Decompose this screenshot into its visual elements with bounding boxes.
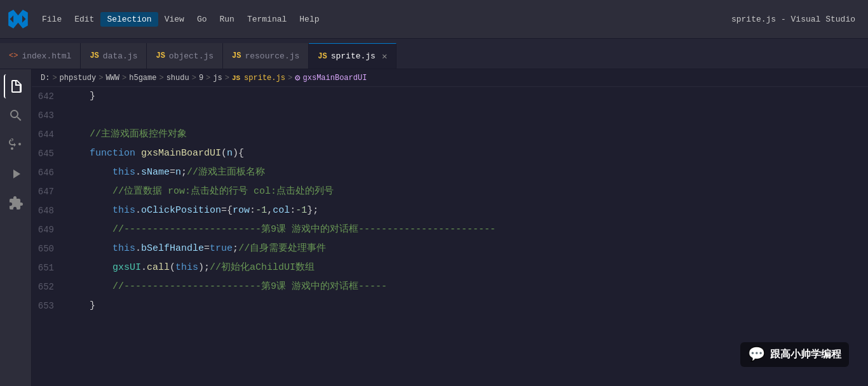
tab-label: index.html — [22, 51, 71, 61]
tab-label: resource.js — [245, 51, 299, 61]
breadcrumb-sprite[interactable]: sprite.js — [244, 74, 285, 83]
table-row: 647 //位置数据 row:点击处的行号 col:点击处的列号 — [32, 182, 868, 201]
tab-label: data.js — [103, 51, 138, 61]
table-row: 653 } — [32, 296, 868, 316]
menu-item-file[interactable]: File — [36, 12, 68, 27]
breadcrumb: D: > phpstudy > WWW > h5game > shudu > 9… — [32, 69, 868, 87]
line-content[interactable]: //位置数据 row:点击处的行号 col:点击处的列号 — [67, 182, 868, 201]
line-number: 653 — [32, 296, 67, 316]
menu-item-go[interactable]: Go — [191, 12, 214, 27]
html-icon: <> — [9, 51, 18, 60]
menu-item-help[interactable]: Help — [293, 12, 325, 27]
line-number: 651 — [32, 258, 67, 277]
table-row: 648 this.oClickPosition={row:-1,col:-1}; — [32, 201, 868, 220]
tabs-bar: <>index.htmlJSdata.jsJSobject.jsJSresour… — [0, 39, 868, 69]
table-row: 652 //------------------------第9课 游戏中的对话… — [32, 277, 868, 296]
table-row: 642 } — [32, 87, 868, 106]
tab-close-button[interactable]: ✕ — [382, 51, 387, 62]
line-number: 644 — [32, 125, 67, 144]
line-content[interactable]: this.oClickPosition={row:-1,col:-1}; — [67, 201, 868, 220]
breadcrumb-js-icon: JS — [232, 74, 240, 82]
watermark: 💬 跟高小帅学编程 — [740, 342, 849, 367]
line-number: 643 — [32, 106, 67, 125]
table-row: 651 gxsUI.call(this);//初始化aChildUI数组 — [32, 258, 868, 277]
line-content[interactable]: this.sName=n;//游戏主面板名称 — [67, 163, 868, 182]
vscode-logo — [8, 9, 28, 29]
table-row: 649 //------------------------第9课 游戏中的对话… — [32, 220, 868, 239]
line-number: 648 — [32, 201, 67, 220]
tab-resource[interactable]: JSresource.js — [223, 43, 309, 69]
tab-label: sprite.js — [331, 51, 376, 61]
line-content[interactable]: function gxsMainBoardUI(n){ — [67, 144, 868, 163]
breadcrumb-h5game[interactable]: h5game — [129, 74, 156, 83]
table-row: 644 //主游戏面板控件对象 — [32, 125, 868, 144]
files-icon[interactable] — [4, 74, 28, 98]
js-icon: JS — [232, 51, 241, 60]
titlebar: FileEditSelectionViewGoRunTerminalHelp s… — [0, 0, 868, 39]
menu-item-selection[interactable]: Selection — [100, 12, 158, 27]
line-number: 652 — [32, 277, 67, 296]
window-title: sprite.js - Visual Studio — [731, 15, 860, 24]
extensions-icon[interactable] — [4, 191, 28, 215]
wechat-icon: 💬 — [748, 346, 765, 363]
line-content[interactable]: } — [67, 87, 868, 106]
line-number: 642 — [32, 87, 67, 106]
code-container: 642 }643644 //主游戏面板控件对象645 function gxsM… — [32, 87, 868, 316]
js-icon: JS — [156, 51, 165, 60]
menu-item-terminal[interactable]: Terminal — [241, 12, 293, 27]
tab-index[interactable]: <>index.html — [0, 43, 81, 69]
line-content[interactable]: //------------------------第9课 游戏中的对话框---… — [67, 277, 868, 296]
breadcrumb-class[interactable]: gxsMainBoardUI — [303, 74, 367, 83]
tab-label: object.js — [169, 51, 214, 61]
breadcrumb-js[interactable]: js — [213, 74, 222, 83]
line-number: 645 — [32, 144, 67, 163]
breadcrumb-9[interactable]: 9 — [199, 74, 203, 83]
wechat-text: 跟高小帅学编程 — [770, 348, 841, 361]
search-icon[interactable] — [4, 103, 28, 128]
line-content[interactable]: this.bSelfHandle=true;//自身需要处理事件 — [67, 239, 868, 258]
tab-data[interactable]: JSdata.js — [81, 43, 147, 69]
line-number: 650 — [32, 239, 67, 258]
menu-item-edit[interactable]: Edit — [68, 12, 100, 27]
line-content[interactable]: //主游戏面板控件对象 — [67, 125, 868, 144]
breadcrumb-d[interactable]: D: — [41, 74, 50, 83]
menu-item-run[interactable]: Run — [213, 12, 240, 27]
js-icon: JS — [318, 52, 327, 61]
table-row: 643 — [32, 106, 868, 125]
line-number: 649 — [32, 220, 67, 239]
line-number: 646 — [32, 163, 67, 182]
breadcrumb-shudu[interactable]: shudu — [166, 74, 189, 83]
activity-bar — [0, 69, 32, 386]
table-row: 646 this.sName=n;//游戏主面板名称 — [32, 163, 868, 182]
menu-bar: FileEditSelectionViewGoRunTerminalHelp — [36, 12, 326, 27]
tab-object[interactable]: JSobject.js — [147, 43, 223, 69]
line-content[interactable]: } — [67, 296, 868, 316]
line-content[interactable]: gxsUI.call(this);//初始化aChildUI数组 — [67, 258, 868, 277]
tab-sprite[interactable]: JSsprite.js✕ — [309, 43, 397, 69]
editor: 642 }643644 //主游戏面板控件对象645 function gxsM… — [32, 87, 868, 386]
breadcrumb-phpstudy[interactable]: phpstudy — [60, 74, 97, 83]
table-row: 650 this.bSelfHandle=true;//自身需要处理事件 — [32, 239, 868, 258]
breadcrumb-www[interactable]: WWW — [105, 74, 119, 83]
js-icon: JS — [90, 51, 98, 60]
source-control-icon[interactable] — [4, 133, 28, 157]
menu-item-view[interactable]: View — [158, 12, 191, 27]
run-icon[interactable] — [4, 162, 28, 186]
table-row: 645 function gxsMainBoardUI(n){ — [32, 144, 868, 163]
line-number: 647 — [32, 182, 67, 201]
line-content[interactable]: //------------------------第9课 游戏中的对话框---… — [67, 220, 868, 239]
